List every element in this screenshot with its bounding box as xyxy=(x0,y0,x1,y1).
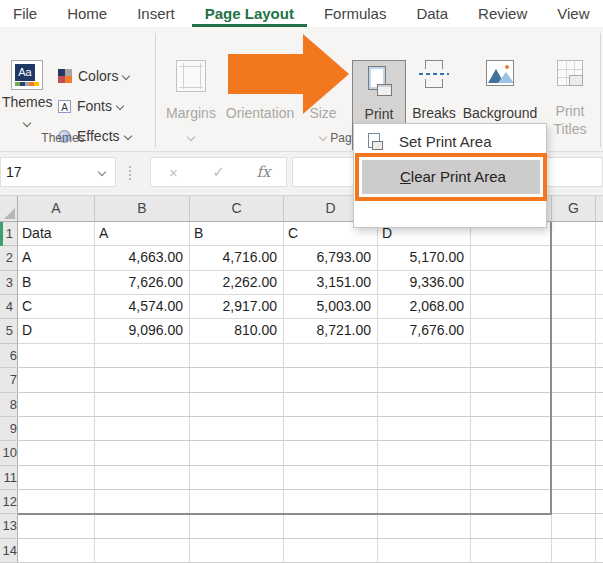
name-box[interactable]: 17 xyxy=(0,157,116,187)
tab-formulas[interactable]: Formulas xyxy=(311,0,400,27)
cell-g3[interactable] xyxy=(552,271,596,295)
cell-e4[interactable]: 2,068.00 xyxy=(378,295,471,319)
row-header-14[interactable]: 14 xyxy=(0,539,18,563)
cell-f3[interactable] xyxy=(471,271,552,295)
cell-d2[interactable]: 6,793.00 xyxy=(284,246,378,270)
cell-f2[interactable] xyxy=(471,246,552,270)
background-icon xyxy=(486,60,514,86)
background-label: Background xyxy=(458,105,542,121)
empty-grid-area[interactable]: 6 7 8 9 10 11 12 13 14 xyxy=(0,344,603,563)
tab-insert[interactable]: Insert xyxy=(124,0,188,27)
cell-c5[interactable]: 810.00 xyxy=(190,319,284,343)
row-header-12[interactable]: 12 xyxy=(0,490,18,514)
cell-c2[interactable]: 4,716.00 xyxy=(190,246,284,270)
fonts-button[interactable]: A Fonts xyxy=(58,95,123,117)
cell-b2[interactable]: 4,663.00 xyxy=(95,246,190,270)
chevron-down-icon xyxy=(23,119,31,127)
themes-button-label: Themes xyxy=(2,94,52,110)
cell-e3[interactable]: 9,336.00 xyxy=(378,271,471,295)
row-header-11[interactable]: 11 xyxy=(0,466,18,490)
row-header-6[interactable]: 6 xyxy=(0,344,18,368)
cell-b5[interactable]: 9,096.00 xyxy=(95,319,190,343)
cell-b3[interactable]: 7,626.00 xyxy=(95,271,190,295)
row-header-3[interactable]: 3 xyxy=(0,271,18,295)
orientation-label: Orientation xyxy=(222,105,298,121)
menu-item-set-print-area[interactable]: Set Print Area xyxy=(354,129,546,153)
row-header-8[interactable]: 8 xyxy=(0,393,18,417)
cell-f5[interactable] xyxy=(471,319,552,343)
name-box-dropdown-icon[interactable] xyxy=(98,168,106,176)
row-header-9[interactable]: 9 xyxy=(0,417,18,441)
group-separator xyxy=(600,33,601,147)
cell-a3[interactable]: B xyxy=(18,271,95,295)
sheet-row-5: 5 D 9,096.00 810.00 8,721.00 7,676.00 xyxy=(0,319,603,343)
themes-button[interactable]: Aa Themes xyxy=(2,60,52,131)
cell-d4[interactable]: 5,003.00 xyxy=(284,295,378,319)
margins-button: Margins xyxy=(164,60,218,145)
cell-a4[interactable]: C xyxy=(18,295,95,319)
cell-c4[interactable]: 2,917.00 xyxy=(190,295,284,319)
annotation-arrow-head xyxy=(303,34,349,114)
select-all-corner[interactable] xyxy=(0,196,18,222)
cell-e2[interactable]: 5,170.00 xyxy=(378,246,471,270)
cell-e5[interactable]: 7,676.00 xyxy=(378,319,471,343)
cell-d3[interactable]: 3,151.00 xyxy=(284,271,378,295)
sheet-row-2: 2 A 4,663.00 4,716.00 6,793.00 5,170.00 xyxy=(0,246,603,270)
tab-view[interactable]: View xyxy=(544,0,602,27)
menu-item-clear-print-area[interactable]: Clear Print Area xyxy=(362,160,540,194)
sheet-grid: A B C D E F G 1 Data A B C D 2 A 4,663.0… xyxy=(0,196,603,563)
tab-page-layout[interactable]: Page Layout xyxy=(192,0,307,27)
row-header-13[interactable]: 13 xyxy=(0,514,18,538)
cell-g5[interactable] xyxy=(552,319,596,343)
column-header-c[interactable]: C xyxy=(190,196,284,222)
cell-c3[interactable]: 2,262.00 xyxy=(190,271,284,295)
cell-d5[interactable]: 8,721.00 xyxy=(284,319,378,343)
cell-g1[interactable] xyxy=(552,222,596,246)
insert-function-icon[interactable]: fx xyxy=(241,163,286,181)
tab-home[interactable]: Home xyxy=(54,0,120,27)
chevron-down-icon xyxy=(123,132,131,140)
menu-item-label: Clear Print Area xyxy=(400,160,540,194)
chevron-down-icon xyxy=(116,102,124,110)
print-titles-button: Print Titles xyxy=(543,60,597,137)
drag-handle-icon[interactable] xyxy=(129,166,131,168)
colors-button[interactable]: Colors xyxy=(58,65,129,87)
cell-f4[interactable] xyxy=(471,295,552,319)
cell-b4[interactable]: 4,574.00 xyxy=(95,295,190,319)
background-button[interactable]: Background xyxy=(458,60,542,121)
print-titles-icon xyxy=(557,60,583,86)
cell-g2[interactable] xyxy=(552,246,596,270)
tab-review[interactable]: Review xyxy=(465,0,540,27)
cell-a5[interactable]: D xyxy=(18,319,95,343)
cell-b1[interactable]: A xyxy=(95,222,190,246)
row-header-10[interactable]: 10 xyxy=(0,441,18,465)
cell-g4[interactable] xyxy=(552,295,596,319)
page-setup-group-label: Pag xyxy=(329,131,353,145)
column-header-a[interactable]: A xyxy=(18,196,95,222)
column-header-b[interactable]: B xyxy=(95,196,190,222)
menu-item-label: Set Print Area xyxy=(399,133,492,150)
chevron-down-icon xyxy=(187,133,195,141)
cell-partial xyxy=(596,319,603,343)
column-header-g[interactable]: G xyxy=(552,196,596,222)
row-header-4[interactable]: 4 xyxy=(0,295,18,319)
enter-icon: ✓ xyxy=(196,163,241,181)
row-header-5[interactable]: 5 xyxy=(0,319,18,343)
sun-dot xyxy=(505,65,509,69)
set-print-area-icon xyxy=(368,133,383,150)
cell-partial xyxy=(596,295,603,319)
tab-data[interactable]: Data xyxy=(403,0,461,27)
tab-file[interactable]: File xyxy=(0,0,50,27)
cell-a2[interactable]: A xyxy=(18,246,95,270)
row-header-2[interactable]: 2 xyxy=(0,246,18,270)
chevron-down-icon xyxy=(319,133,327,141)
margins-icon xyxy=(176,60,206,92)
annotation-highlight-box: Clear Print Area xyxy=(355,153,547,201)
column-header-partial xyxy=(596,196,603,222)
cell-c1[interactable]: B xyxy=(190,222,284,246)
print-area-label-line1: Print xyxy=(353,106,405,122)
row-header-7[interactable]: 7 xyxy=(0,368,18,392)
cell-a1[interactable]: Data xyxy=(18,222,95,246)
print-titles-label-line1: Print xyxy=(543,103,597,119)
themes-group-label: Themes xyxy=(28,131,98,145)
